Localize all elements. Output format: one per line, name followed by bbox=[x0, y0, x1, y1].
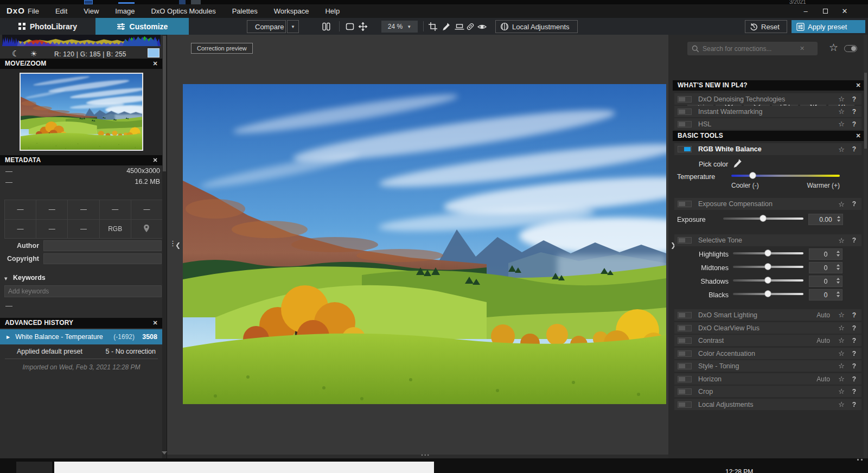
tool-row-clearview[interactable]: DxO ClearView Plus ☆ ? bbox=[674, 322, 861, 334]
help-icon[interactable]: ? bbox=[852, 200, 856, 208]
menu-file[interactable]: File bbox=[26, 7, 41, 15]
keywords-input[interactable] bbox=[4, 285, 162, 297]
tool-row-rgb-white-balance[interactable]: RGB White Balance ☆ ? bbox=[674, 143, 861, 155]
restore-button[interactable] bbox=[816, 4, 834, 18]
help-icon[interactable]: ? bbox=[852, 311, 856, 319]
exposure-handle[interactable] bbox=[760, 215, 767, 222]
tool-row-color-accentuation[interactable]: Color Accentuation ☆ ? bbox=[674, 348, 861, 359]
scrollbar-thumb[interactable] bbox=[864, 73, 867, 149]
temperature-slider[interactable] bbox=[731, 172, 840, 180]
highlights-handle[interactable] bbox=[764, 250, 771, 257]
help-icon[interactable]: ? bbox=[852, 337, 856, 344]
exposure-spinner[interactable] bbox=[837, 216, 840, 222]
temperature-track[interactable] bbox=[731, 175, 840, 177]
contrast-toggle[interactable] bbox=[678, 337, 692, 344]
favorite-star-icon[interactable]: ☆ bbox=[838, 200, 845, 208]
close-icon[interactable]: ✕ bbox=[153, 318, 158, 328]
help-icon[interactable]: ? bbox=[852, 375, 856, 383]
help-icon[interactable]: ? bbox=[852, 401, 856, 408]
right-scrollbar[interactable] bbox=[864, 35, 867, 458]
blacks-value-box[interactable]: 0 bbox=[809, 289, 843, 301]
zoom-level-dropdown[interactable]: 24 %▼ bbox=[381, 21, 418, 33]
favorite-star-icon[interactable]: ☆ bbox=[838, 349, 845, 357]
highlights-slider[interactable] bbox=[733, 250, 803, 257]
exposure-compensation-toggle[interactable] bbox=[678, 201, 692, 207]
spinner[interactable] bbox=[837, 278, 840, 284]
help-icon[interactable]: ? bbox=[852, 324, 856, 332]
minimize-button[interactable]: – bbox=[796, 4, 815, 18]
expand-icon[interactable]: ▶ bbox=[7, 335, 10, 340]
blacks-handle[interactable] bbox=[764, 290, 771, 297]
favorite-star-icon[interactable]: ☆ bbox=[838, 324, 845, 332]
favorite-star-icon[interactable]: ☆ bbox=[838, 107, 845, 116]
pick-color-eyedropper-icon[interactable] bbox=[732, 158, 742, 168]
help-icon[interactable]: ? bbox=[852, 237, 856, 244]
tool-row-watermarking[interactable]: Instant Watermarking ☆ ? bbox=[674, 106, 861, 117]
favorite-star-icon[interactable]: ☆ bbox=[838, 400, 845, 408]
favorites-star-icon[interactable]: ☆ bbox=[829, 41, 838, 54]
midtones-value-box[interactable]: 0 bbox=[809, 262, 843, 273]
denoising-toggle[interactable] bbox=[678, 96, 692, 103]
tab-customize[interactable]: Customize bbox=[95, 18, 189, 35]
history-row[interactable]: Applied default preset 5 - No correction bbox=[5, 344, 158, 359]
favorite-star-icon[interactable]: ☆ bbox=[838, 237, 845, 245]
highlights-value-box[interactable]: 0 bbox=[809, 248, 843, 260]
midtones-slider[interactable] bbox=[733, 263, 803, 271]
tool-row-crop[interactable]: Crop ☆ ? bbox=[674, 386, 861, 397]
clear-search-icon[interactable]: ✕ bbox=[800, 45, 805, 52]
author-field[interactable] bbox=[43, 240, 162, 251]
help-icon[interactable]: ? bbox=[852, 388, 856, 395]
help-icon[interactable]: ? bbox=[852, 120, 856, 128]
tab-photolibrary[interactable]: PhotoLibrary bbox=[0, 18, 95, 35]
photo-autumn-valley[interactable] bbox=[183, 84, 666, 404]
geolocation-cell[interactable] bbox=[131, 220, 162, 239]
menu-dxo-optics-modules[interactable]: DxO Optics Modules bbox=[149, 7, 217, 15]
close-icon[interactable]: ✕ bbox=[856, 80, 861, 91]
hsl-toggle[interactable] bbox=[678, 121, 692, 127]
search-input[interactable] bbox=[699, 45, 800, 53]
favorite-star-icon[interactable]: ☆ bbox=[838, 387, 845, 395]
horizon-tool-icon[interactable] bbox=[455, 22, 464, 31]
favorite-star-icon[interactable]: ☆ bbox=[838, 336, 845, 344]
favorite-star-icon[interactable]: ☆ bbox=[838, 145, 845, 154]
crop-tool-icon[interactable] bbox=[428, 22, 438, 31]
menu-view[interactable]: View bbox=[82, 7, 100, 15]
search-corrections-box[interactable]: ✕ bbox=[687, 42, 818, 55]
clearview-toggle[interactable] bbox=[678, 325, 692, 331]
close-icon[interactable]: ✕ bbox=[856, 131, 861, 141]
tool-row-exposure-compensation[interactable]: Exposure Compensation ☆ ? bbox=[674, 198, 861, 210]
close-icon[interactable]: ✕ bbox=[153, 59, 158, 69]
favorite-star-icon[interactable]: ☆ bbox=[838, 120, 845, 128]
local-adjustments-button[interactable]: Local Adjustments bbox=[495, 20, 578, 33]
move-tool-icon[interactable] bbox=[358, 22, 368, 31]
help-icon[interactable]: ? bbox=[852, 362, 856, 370]
help-icon[interactable]: ? bbox=[852, 350, 856, 357]
copyright-field[interactable] bbox=[43, 253, 162, 264]
scroll-down-arrow[interactable] bbox=[162, 451, 167, 455]
menu-help[interactable]: Help bbox=[323, 7, 341, 15]
tool-row-horizon[interactable]: Horizon Auto ☆ ? bbox=[674, 373, 861, 385]
keywords-disclosure-icon[interactable]: ▾ bbox=[4, 275, 8, 282]
navigator-thumbnail[interactable] bbox=[20, 73, 143, 151]
smart-lighting-toggle[interactable] bbox=[678, 312, 692, 318]
repair-tool-icon[interactable] bbox=[465, 22, 475, 31]
tool-row-local-adjustments[interactable]: Local Adjustments ☆ ? bbox=[674, 399, 861, 410]
exposure-value-box[interactable]: 0.00 bbox=[808, 214, 843, 225]
tool-row-style-toning[interactable]: Style - Toning ☆ ? bbox=[674, 360, 861, 372]
collapse-left-panel-chevron[interactable]: ❮ bbox=[175, 241, 181, 249]
filmstrip-selected-thumbnail[interactable] bbox=[54, 462, 434, 473]
exposure-slider[interactable] bbox=[723, 215, 803, 222]
menu-edit[interactable]: Edit bbox=[54, 7, 69, 15]
temperature-handle[interactable] bbox=[749, 172, 756, 179]
shadows-value-box[interactable]: 0 bbox=[809, 276, 843, 287]
color-accentuation-toggle[interactable] bbox=[678, 350, 692, 357]
show-corrections-eye-icon[interactable] bbox=[477, 22, 487, 31]
shadows-slider[interactable] bbox=[733, 277, 803, 284]
favorite-star-icon[interactable]: ☆ bbox=[838, 362, 845, 370]
menu-palettes[interactable]: Palettes bbox=[231, 7, 259, 15]
style-toning-toggle[interactable] bbox=[678, 363, 692, 369]
crop-toggle[interactable] bbox=[678, 388, 692, 395]
left-scrollbar[interactable] bbox=[162, 35, 167, 458]
histogram[interactable] bbox=[2, 35, 161, 46]
compare-dropdown[interactable]: ▼ bbox=[287, 20, 299, 33]
